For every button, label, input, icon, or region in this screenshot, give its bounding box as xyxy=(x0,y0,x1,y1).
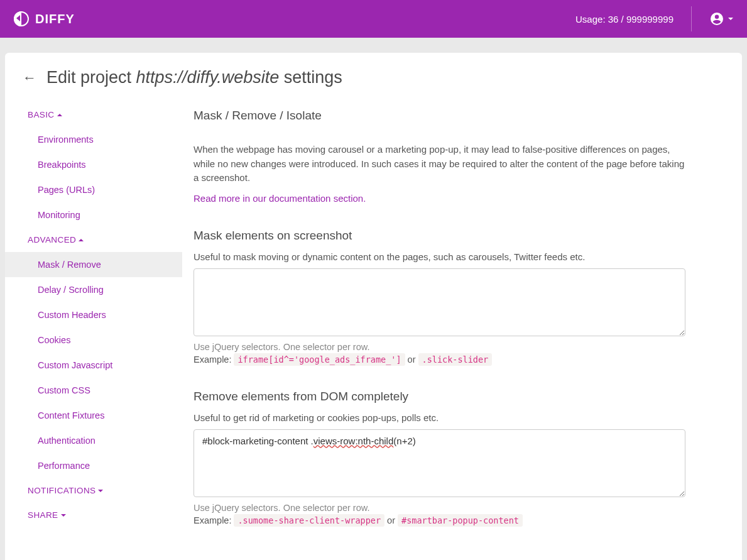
remove-example-code-1: .sumome-share-client-wrapper xyxy=(234,514,384,527)
nav-custom-css[interactable]: Custom CSS xyxy=(14,378,194,403)
remove-title: Remove elements from DOM completely xyxy=(194,390,685,404)
mask-title: Mask elements on screenshot xyxy=(194,229,685,243)
brand-text: DIFFY xyxy=(35,12,75,26)
remove-example-code-2: #smartbar-popup-content xyxy=(398,514,523,527)
diffy-logo-icon xyxy=(14,11,29,26)
nav-group-advanced[interactable]: ADVANCED xyxy=(14,228,194,252)
settings-content: Mask / Remove / Isolate When the webpage… xyxy=(194,102,742,527)
nav-custom-javascript[interactable]: Custom Javascript xyxy=(14,353,194,378)
user-icon xyxy=(709,11,724,26)
mask-selectors-input[interactable] xyxy=(194,268,685,336)
nav-custom-headers[interactable]: Custom Headers xyxy=(14,302,194,327)
chevron-down-icon xyxy=(61,514,66,517)
mask-example: Example: iframe[id^='google_ads_iframe_'… xyxy=(194,354,685,365)
settings-sidebar: BASIC Environments Breakpoints Pages (UR… xyxy=(5,102,194,527)
user-menu[interactable] xyxy=(709,11,733,26)
main-card: ← Edit project https://diffy.website set… xyxy=(5,53,742,560)
header-divider xyxy=(691,6,692,31)
nav-group-share[interactable]: SHARE xyxy=(14,503,194,527)
nav-monitoring[interactable]: Monitoring xyxy=(14,202,194,228)
back-arrow-icon[interactable]: ← xyxy=(23,71,36,85)
remove-example: Example: .sumome-share-client-wrapper or… xyxy=(194,515,685,525)
nav-delay-scrolling[interactable]: Delay / Scrolling xyxy=(14,277,194,302)
nav-authentication[interactable]: Authentication xyxy=(14,428,194,453)
nav-environments[interactable]: Environments xyxy=(14,127,194,152)
nav-content-fixtures[interactable]: Content Fixtures xyxy=(14,403,194,428)
nav-pages-urls[interactable]: Pages (URLs) xyxy=(14,177,194,202)
remove-hint: Use jQuery selectors. One selector per r… xyxy=(194,503,685,513)
nav-performance[interactable]: Performance xyxy=(14,453,194,478)
chevron-up-icon xyxy=(79,239,84,241)
brand-logo[interactable]: DIFFY xyxy=(14,11,75,26)
remove-desc: Useful to get rid of marketing or cookie… xyxy=(194,412,685,423)
nav-mask-remove[interactable]: Mask / Remove xyxy=(5,252,182,277)
nav-breakpoints[interactable]: Breakpoints xyxy=(14,152,194,177)
nav-cookies[interactable]: Cookies xyxy=(14,327,194,353)
page-title: Edit project https://diffy.website setti… xyxy=(46,68,342,87)
remove-selectors-input[interactable] xyxy=(194,429,685,497)
nav-group-notifications[interactable]: NOTIFICATIONS xyxy=(14,478,194,503)
mask-desc: Useful to mask moving or dynamic content… xyxy=(194,251,685,262)
chevron-down-icon xyxy=(728,18,733,20)
nav-group-basic[interactable]: BASIC xyxy=(14,102,194,127)
chevron-up-icon xyxy=(57,114,62,116)
mask-example-code-1: iframe[id^='google_ads_iframe_'] xyxy=(234,353,405,366)
documentation-link[interactable]: Read more in our documentation section. xyxy=(194,193,366,204)
intro-text: When the webpage has moving carousel or … xyxy=(194,143,685,185)
app-header: DIFFY Usage: 36 / 999999999 xyxy=(0,0,747,38)
usage-counter: Usage: 36 / 999999999 xyxy=(575,14,673,25)
chevron-down-icon xyxy=(98,490,103,492)
mask-hint: Use jQuery selectors. One selector per r… xyxy=(194,342,685,352)
section-heading: Mask / Remove / Isolate xyxy=(194,109,685,123)
mask-example-code-2: .slick-slider xyxy=(418,353,493,366)
